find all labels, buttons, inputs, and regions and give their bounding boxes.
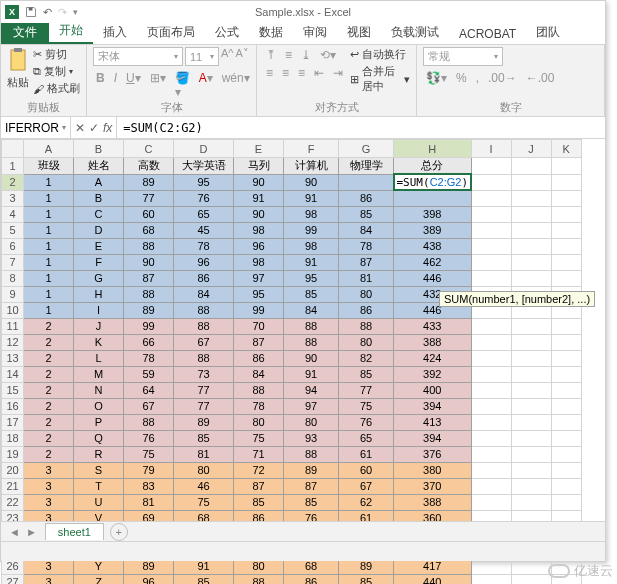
- active-cell[interactable]: =SUM(C2:G2): [394, 174, 472, 190]
- header-cell[interactable]: 总分: [394, 158, 472, 175]
- cell[interactable]: 87: [234, 334, 284, 350]
- cell[interactable]: 87: [284, 478, 339, 494]
- col-header[interactable]: E: [234, 140, 284, 158]
- cell[interactable]: 88: [124, 238, 174, 254]
- cell[interactable]: 90: [234, 206, 284, 222]
- cell[interactable]: J: [74, 318, 124, 334]
- cell[interactable]: [339, 174, 394, 190]
- col-header[interactable]: G: [339, 140, 394, 158]
- align-center-icon[interactable]: ≡: [279, 65, 292, 81]
- cell[interactable]: 90: [234, 174, 284, 190]
- cell[interactable]: 90: [284, 174, 339, 190]
- cell[interactable]: 84: [174, 286, 234, 302]
- cell[interactable]: 392: [394, 366, 472, 382]
- cell[interactable]: 2: [24, 334, 74, 350]
- cell[interactable]: 77: [339, 382, 394, 398]
- cell[interactable]: 89: [174, 414, 234, 430]
- cell[interactable]: 388: [394, 334, 472, 350]
- cell[interactable]: 2: [24, 366, 74, 382]
- cell[interactable]: 80: [284, 414, 339, 430]
- cell[interactable]: 71: [234, 446, 284, 462]
- row-header[interactable]: 13: [2, 350, 24, 366]
- cell[interactable]: 85: [174, 430, 234, 446]
- cell[interactable]: 98: [284, 206, 339, 222]
- cell[interactable]: C: [74, 206, 124, 222]
- cell[interactable]: 75: [234, 430, 284, 446]
- col-header[interactable]: D: [174, 140, 234, 158]
- cell[interactable]: 394: [394, 398, 472, 414]
- cell[interactable]: 83: [124, 478, 174, 494]
- cell[interactable]: 70: [234, 318, 284, 334]
- cell[interactable]: R: [74, 446, 124, 462]
- cell[interactable]: 75: [339, 398, 394, 414]
- cell[interactable]: 45: [174, 222, 234, 238]
- cell[interactable]: 88: [284, 334, 339, 350]
- cell[interactable]: 88: [124, 414, 174, 430]
- cell[interactable]: 88: [174, 350, 234, 366]
- cancel-icon[interactable]: ✕: [75, 121, 85, 135]
- cell[interactable]: D: [74, 222, 124, 238]
- cell[interactable]: 89: [124, 302, 174, 318]
- tab-team[interactable]: 团队: [526, 21, 570, 44]
- cell[interactable]: 1: [24, 206, 74, 222]
- cell[interactable]: 77: [124, 190, 174, 206]
- cell[interactable]: 3: [24, 494, 74, 510]
- cell[interactable]: 85: [284, 494, 339, 510]
- row-header[interactable]: 16: [2, 398, 24, 414]
- copy-button[interactable]: ⧉复制▾: [33, 64, 80, 79]
- formula-input[interactable]: =SUM(C2:G2): [117, 117, 605, 138]
- cell[interactable]: 80: [234, 414, 284, 430]
- cell[interactable]: 2: [24, 382, 74, 398]
- cell[interactable]: 1: [24, 238, 74, 254]
- indent-inc-icon[interactable]: ⇥: [330, 65, 346, 81]
- cell[interactable]: M: [74, 366, 124, 382]
- cell[interactable]: 75: [174, 494, 234, 510]
- cell[interactable]: 2: [24, 446, 74, 462]
- cell[interactable]: 97: [234, 270, 284, 286]
- cell[interactable]: T: [74, 478, 124, 494]
- cell[interactable]: 78: [174, 238, 234, 254]
- header-cell[interactable]: 马列: [234, 158, 284, 175]
- cell[interactable]: 84: [234, 366, 284, 382]
- currency-icon[interactable]: 💱▾: [423, 70, 450, 86]
- tab-layout[interactable]: 页面布局: [137, 21, 205, 44]
- cell[interactable]: 2: [24, 398, 74, 414]
- cell[interactable]: 3: [24, 574, 74, 584]
- cell[interactable]: 1: [24, 174, 74, 190]
- cell[interactable]: 95: [174, 174, 234, 190]
- painter-button[interactable]: 🖌格式刷: [33, 81, 80, 96]
- cell[interactable]: 400: [394, 382, 472, 398]
- cell[interactable]: 76: [339, 414, 394, 430]
- header-cell[interactable]: 高数: [124, 158, 174, 175]
- cell[interactable]: 1: [24, 254, 74, 270]
- cell[interactable]: 67: [124, 398, 174, 414]
- cell[interactable]: 98: [234, 222, 284, 238]
- cell[interactable]: K: [74, 334, 124, 350]
- cell[interactable]: 46: [174, 478, 234, 494]
- cell[interactable]: 87: [124, 270, 174, 286]
- cell[interactable]: 1: [24, 190, 74, 206]
- cell[interactable]: 389: [394, 222, 472, 238]
- comma-icon[interactable]: ,: [473, 70, 482, 86]
- cell[interactable]: 85: [284, 286, 339, 302]
- cell[interactable]: 66: [124, 334, 174, 350]
- align-right-icon[interactable]: ≡: [295, 65, 308, 81]
- row-header[interactable]: 5: [2, 222, 24, 238]
- col-header[interactable]: H: [394, 140, 472, 158]
- cell[interactable]: 81: [124, 494, 174, 510]
- cell[interactable]: 413: [394, 414, 472, 430]
- cell[interactable]: 75: [124, 446, 174, 462]
- row-header[interactable]: 19: [2, 446, 24, 462]
- cell[interactable]: 1: [24, 222, 74, 238]
- header-cell[interactable]: 班级: [24, 158, 74, 175]
- row-header[interactable]: 15: [2, 382, 24, 398]
- row-header[interactable]: 6: [2, 238, 24, 254]
- cell[interactable]: 2: [24, 414, 74, 430]
- cell[interactable]: 388: [394, 494, 472, 510]
- row-header[interactable]: 9: [2, 286, 24, 302]
- tab-file[interactable]: 文件: [1, 21, 49, 44]
- cell[interactable]: P: [74, 414, 124, 430]
- fx-icon[interactable]: fx: [103, 121, 112, 135]
- dec-inc-icon[interactable]: .00→: [485, 70, 520, 86]
- font-name-combo[interactable]: 宋体▾: [93, 47, 183, 66]
